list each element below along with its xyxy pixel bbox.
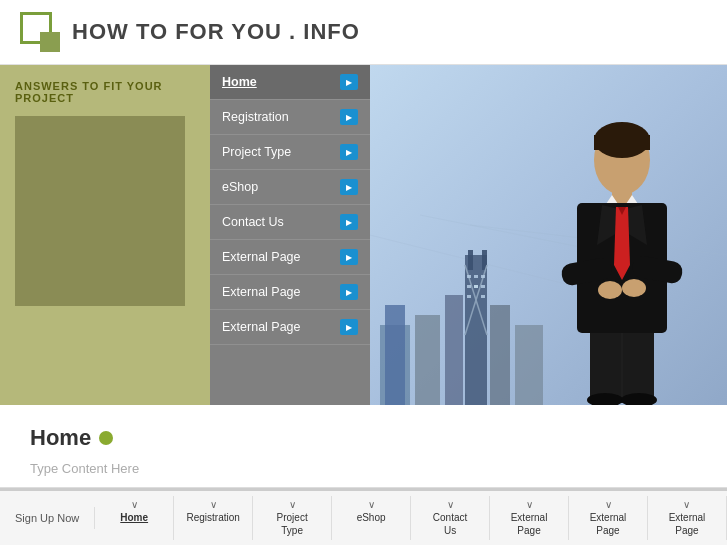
footer-nav-registration[interactable]: ∨ Registration [174, 496, 253, 540]
svg-point-35 [622, 279, 646, 297]
left-panel: ANSWERS TO FIT YOUR PROJECT [0, 65, 210, 405]
site-title: HOW TO FOR YOU . INFO [72, 19, 360, 45]
content-body: Type Content Here [30, 461, 697, 476]
nav-item-home[interactable]: Home [210, 65, 370, 100]
nav-item-contact-us[interactable]: Contact Us [210, 205, 370, 240]
nav-label-external-3: External Page [222, 320, 301, 334]
svg-rect-18 [474, 285, 478, 288]
svg-rect-24 [594, 135, 650, 150]
footer-arrow-home: ∨ [131, 499, 138, 510]
footer-arrow-external-3: ∨ [683, 499, 690, 510]
svg-rect-5 [415, 315, 440, 405]
footer-signup[interactable]: Sign Up Now [0, 507, 95, 529]
svg-rect-6 [445, 295, 463, 405]
svg-point-34 [598, 281, 622, 299]
nav-label-registration: Registration [222, 110, 289, 124]
footer-label-external-1: ExternalPage [511, 511, 548, 537]
svg-rect-8 [468, 250, 473, 270]
footer-arrow-contact-us: ∨ [447, 499, 454, 510]
nav-label-project-type: Project Type [222, 145, 291, 159]
svg-rect-19 [481, 285, 485, 288]
logo: HOW TO FOR YOU . INFO [20, 12, 360, 52]
nav-item-external-page-2[interactable]: External Page [210, 275, 370, 310]
nav-item-external-page-3[interactable]: External Page [210, 310, 370, 345]
footer-nav-external-1[interactable]: ∨ ExternalPage [490, 496, 569, 540]
footer-arrow-external-2: ∨ [605, 499, 612, 510]
svg-rect-21 [481, 295, 485, 298]
content-title: Home [30, 425, 697, 451]
content-area: Home Type Content Here [0, 405, 727, 496]
svg-rect-4 [385, 305, 405, 405]
content-dot [99, 431, 113, 445]
footer-label-external-2: ExternalPage [590, 511, 627, 537]
footer: Sign Up Now ∨ Home ∨ Registration ∨ Proj… [0, 487, 727, 545]
hero-panel [370, 65, 727, 405]
svg-marker-30 [614, 207, 630, 280]
answers-title: ANSWERS TO FIT YOUR PROJECT [15, 80, 195, 104]
footer-nav-contact-us[interactable]: ∨ ContactUs [411, 496, 490, 540]
footer-label-home: Home [120, 511, 148, 524]
footer-arrow-registration: ∨ [210, 499, 217, 510]
nav-arrow-external-3 [340, 319, 358, 335]
footer-arrow-eshop: ∨ [368, 499, 375, 510]
nav-arrow-contact-us [340, 214, 358, 230]
nav-item-eshop[interactable]: eShop [210, 170, 370, 205]
answers-image [15, 116, 185, 306]
footer-arrow-project-type: ∨ [289, 499, 296, 510]
nav-label-eshop: eShop [222, 180, 258, 194]
footer-nav-external-3[interactable]: ∨ ExternalPage [648, 496, 727, 540]
logo-square [40, 32, 60, 52]
footer-label-eshop: eShop [357, 511, 386, 524]
footer-label-contact-us: ContactUs [433, 511, 467, 537]
footer-content: Sign Up Now ∨ Home ∨ Registration ∨ Proj… [0, 491, 727, 545]
footer-label-registration: Registration [186, 511, 239, 524]
nav-label-external-1: External Page [222, 250, 301, 264]
svg-rect-20 [467, 295, 471, 298]
footer-nav-external-2[interactable]: ∨ ExternalPage [569, 496, 648, 540]
businessman-figure [537, 115, 707, 405]
svg-rect-15 [474, 275, 478, 278]
svg-rect-14 [467, 275, 471, 278]
footer-nav-eshop[interactable]: ∨ eShop [332, 496, 411, 540]
footer-label-project-type: ProjectType [277, 511, 308, 537]
footer-nav: ∨ Home ∨ Registration ∨ ProjectType ∨ eS… [95, 496, 727, 540]
footer-arrow-external-1: ∨ [526, 499, 533, 510]
nav-panel: Home Registration Project Type eShop Con… [210, 65, 370, 405]
nav-arrow-external-1 [340, 249, 358, 265]
logo-icon [20, 12, 60, 52]
nav-arrow-project-type [340, 144, 358, 160]
nav-label-home: Home [222, 75, 257, 89]
nav-arrow-home [340, 74, 358, 90]
header: HOW TO FOR YOU . INFO [0, 0, 727, 65]
nav-arrow-registration [340, 109, 358, 125]
main-layout: ANSWERS TO FIT YOUR PROJECT Home Registr… [0, 65, 727, 405]
svg-rect-17 [467, 285, 471, 288]
hero-background [370, 65, 727, 405]
nav-item-registration[interactable]: Registration [210, 100, 370, 135]
svg-rect-12 [490, 305, 510, 405]
nav-arrow-eshop [340, 179, 358, 195]
nav-item-project-type[interactable]: Project Type [210, 135, 370, 170]
nav-item-external-page-1[interactable]: External Page [210, 240, 370, 275]
footer-nav-home[interactable]: ∨ Home [95, 496, 174, 540]
nav-arrow-external-2 [340, 284, 358, 300]
content-title-text: Home [30, 425, 91, 451]
footer-label-external-3: ExternalPage [669, 511, 706, 537]
nav-label-contact-us: Contact Us [222, 215, 284, 229]
nav-label-external-2: External Page [222, 285, 301, 299]
svg-rect-16 [481, 275, 485, 278]
footer-nav-project-type[interactable]: ∨ ProjectType [253, 496, 332, 540]
